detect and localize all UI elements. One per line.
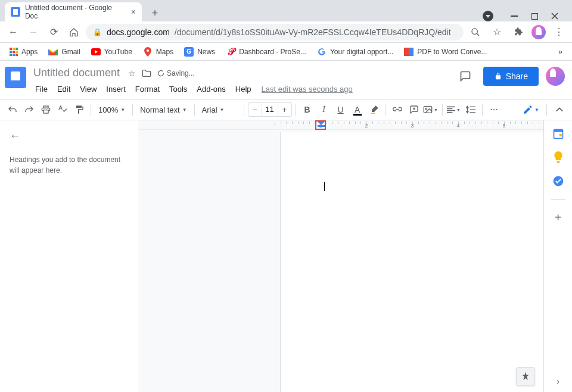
svg-rect-9 bbox=[409, 48, 414, 56]
editing-mode-button[interactable]: ▼ bbox=[520, 104, 542, 115]
bookmark-star-button[interactable]: ☆ bbox=[489, 24, 505, 41]
address-bar: ← → ⟳ 🔒 docs.google.com/document/d/1y8s1… bbox=[0, 21, 572, 43]
svg-rect-25 bbox=[318, 125, 325, 127]
forward-button[interactable]: → bbox=[25, 24, 42, 41]
text-color-button[interactable]: A bbox=[350, 102, 365, 117]
bookmark-maps[interactable]: Maps bbox=[138, 45, 178, 59]
close-window-button[interactable] bbox=[551, 12, 559, 20]
profile-avatar[interactable] bbox=[531, 25, 546, 39]
bookmark-apps[interactable]: Apps bbox=[5, 45, 42, 58]
zoom-select[interactable]: 100%▼ bbox=[95, 105, 129, 114]
window-controls bbox=[483, 11, 567, 21]
more-button[interactable]: ⋯ bbox=[486, 102, 502, 117]
news-icon: G bbox=[184, 47, 194, 57]
font-size-group: − 11 + bbox=[248, 102, 292, 117]
chrome-menu-button[interactable]: ⋮ bbox=[551, 24, 567, 41]
move-button[interactable] bbox=[142, 69, 151, 77]
svg-rect-11 bbox=[43, 110, 48, 113]
bookmark-gmail[interactable]: Gmail bbox=[43, 45, 85, 59]
tasks-addon-button[interactable] bbox=[552, 175, 564, 187]
insert-comment-button[interactable] bbox=[406, 102, 422, 117]
zoom-icon[interactable] bbox=[467, 24, 484, 41]
bookmarks-overflow-button[interactable]: » bbox=[554, 45, 567, 58]
menu-file[interactable]: File bbox=[31, 83, 52, 95]
svg-point-16 bbox=[425, 108, 427, 110]
browser-tab[interactable]: Untitled document - Google Doc × bbox=[5, 2, 142, 21]
highlight-button[interactable] bbox=[366, 102, 382, 117]
text-cursor bbox=[324, 182, 325, 191]
insert-image-button[interactable]: ▼ bbox=[423, 102, 439, 117]
svg-rect-0 bbox=[511, 15, 518, 17]
back-button[interactable]: ← bbox=[5, 24, 21, 41]
menu-tools[interactable]: Tools bbox=[165, 83, 191, 95]
docs-home-button[interactable] bbox=[5, 67, 26, 88]
lock-icon: 🔒 bbox=[93, 28, 102, 36]
home-button[interactable] bbox=[66, 24, 82, 41]
minimize-button[interactable] bbox=[510, 12, 518, 20]
outline-panel: ← Headings you add to the document will … bbox=[0, 120, 138, 392]
menubar: File Edit View Insert Format Tools Add-o… bbox=[31, 83, 450, 95]
menu-addons[interactable]: Add-ons bbox=[192, 83, 229, 95]
left-indent-marker[interactable] bbox=[318, 122, 325, 127]
align-button[interactable]: ▼ bbox=[446, 102, 462, 117]
keep-addon-button[interactable] bbox=[552, 151, 564, 163]
comments-button[interactable] bbox=[455, 66, 476, 87]
menu-edit[interactable]: Edit bbox=[53, 83, 74, 95]
spellcheck-button[interactable] bbox=[55, 102, 70, 117]
get-addons-button[interactable]: + bbox=[552, 211, 564, 223]
last-edit-link[interactable]: Last edit was seconds ago bbox=[262, 85, 353, 94]
paint-format-button[interactable] bbox=[72, 102, 87, 117]
line-spacing-button[interactable] bbox=[463, 102, 478, 117]
increase-font-button[interactable]: + bbox=[278, 103, 291, 116]
menu-insert[interactable]: Insert bbox=[102, 83, 130, 95]
italic-button[interactable]: I bbox=[316, 102, 332, 117]
explore-button[interactable] bbox=[516, 367, 535, 386]
bookmark-google[interactable]: Your digital opport... bbox=[312, 45, 398, 59]
url-path: /document/d/1y8s1oSS0ituAw-Vy-mR2eFSSLCc… bbox=[175, 27, 451, 37]
decrease-font-button[interactable]: − bbox=[248, 103, 262, 116]
pdf-icon bbox=[404, 47, 414, 57]
bookmark-youtube[interactable]: YouTube bbox=[86, 45, 137, 59]
print-button[interactable] bbox=[38, 102, 54, 117]
bookmark-pinterest[interactable]: 𝒫 Dashboard - ProSe... bbox=[221, 45, 311, 59]
pinterest-icon: 𝒫 bbox=[226, 47, 235, 57]
reload-button[interactable]: ⟳ bbox=[45, 24, 62, 41]
calendar-addon-button[interactable] bbox=[552, 127, 564, 139]
bookmark-pdf[interactable]: PDF to Word Conve... bbox=[399, 45, 492, 59]
bookmark-news[interactable]: G News bbox=[179, 45, 220, 59]
paragraph-style-select[interactable]: Normal text▼ bbox=[136, 105, 190, 114]
browser-chrome: Untitled document - Google Doc × + ← → ⟳… bbox=[0, 0, 572, 61]
undo-button[interactable] bbox=[5, 102, 20, 117]
url-field[interactable]: 🔒 docs.google.com/document/d/1y8s1oSS0it… bbox=[86, 24, 464, 41]
extensions-button[interactable] bbox=[510, 24, 527, 41]
hide-menus-button[interactable] bbox=[552, 102, 567, 117]
account-avatar[interactable] bbox=[546, 67, 565, 86]
svg-rect-1 bbox=[531, 13, 537, 19]
insert-link-button[interactable] bbox=[390, 102, 405, 117]
document-title-input[interactable]: Untitled document bbox=[31, 66, 122, 80]
side-panel: + › bbox=[543, 120, 572, 392]
document-page[interactable] bbox=[280, 132, 543, 392]
star-button[interactable]: ☆ bbox=[128, 69, 136, 78]
share-button[interactable]: Share bbox=[483, 67, 539, 86]
lock-icon bbox=[494, 72, 502, 80]
maximize-button[interactable] bbox=[530, 12, 539, 20]
font-select[interactable]: Arial▼ bbox=[198, 105, 240, 114]
svg-line-5 bbox=[477, 33, 479, 36]
menu-help[interactable]: Help bbox=[231, 83, 256, 95]
bold-button[interactable]: B bbox=[300, 102, 315, 117]
horizontal-ruler[interactable]: 1234567 bbox=[139, 120, 543, 130]
tab-close-icon[interactable]: × bbox=[131, 7, 136, 17]
document-scroll-area[interactable]: 1234567 bbox=[138, 120, 543, 392]
profile-indicator-icon[interactable] bbox=[483, 11, 493, 21]
collapse-side-panel-button[interactable]: › bbox=[557, 377, 559, 386]
underline-button[interactable]: U bbox=[333, 102, 349, 117]
font-size-input[interactable]: 11 bbox=[262, 103, 278, 116]
outline-close-button[interactable]: ← bbox=[10, 130, 20, 142]
menu-format[interactable]: Format bbox=[131, 83, 164, 95]
new-tab-button[interactable]: + bbox=[147, 5, 163, 21]
svg-rect-28 bbox=[559, 134, 561, 136]
menu-view[interactable]: View bbox=[76, 83, 101, 95]
youtube-icon bbox=[91, 47, 101, 57]
redo-button[interactable] bbox=[21, 102, 37, 117]
